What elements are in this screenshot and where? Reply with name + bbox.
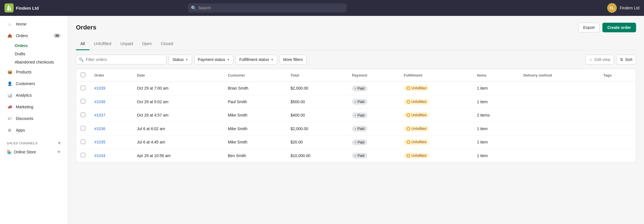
cell-delivery-3 xyxy=(519,122,599,136)
col-fulfillment: Fulfillment xyxy=(399,69,472,82)
tab-all[interactable]: All xyxy=(76,38,89,50)
sidebar-item-products[interactable]: 📦 Products xyxy=(2,66,65,78)
cell-payment-5: Paid xyxy=(347,149,399,162)
row-checkbox-cell xyxy=(76,136,90,149)
sort-button[interactable]: ⇅ Sort xyxy=(616,55,636,64)
apps-icon: ⊞ xyxy=(7,127,12,133)
more-filters-button[interactable]: More filters xyxy=(280,55,306,64)
cell-fulfillment-2: Unfulfilled xyxy=(399,109,472,122)
row-checkbox-1[interactable] xyxy=(81,99,85,103)
table-row: #1038 Oct 29 at 5:02 am Paul Smith $500.… xyxy=(76,95,636,109)
tab-closed[interactable]: Closed xyxy=(156,38,178,50)
sidebar-sub-item-orders[interactable]: Orders xyxy=(2,42,65,50)
row-checkbox-cell xyxy=(76,149,90,162)
tab-open[interactable]: Open xyxy=(137,38,156,50)
col-order: Order xyxy=(90,69,133,82)
sidebar-item-analytics[interactable]: 📊 Analytics xyxy=(2,90,65,101)
topbar: Findem Ltd 🔍 FL Findem Ltd xyxy=(0,0,644,16)
cell-order-5[interactable]: #1034 xyxy=(90,149,133,162)
cell-order-3[interactable]: #1036 xyxy=(90,122,133,136)
orders-table: Order Date Customer Total Payment Fulfil… xyxy=(76,69,636,162)
table-row: #1036 Jul 6 at 6:02 am Mike Smith $2,000… xyxy=(76,122,636,136)
sidebar-item-customers[interactable]: 👤 Customers xyxy=(2,78,65,89)
unfulfilled-circle-icon xyxy=(407,127,410,130)
row-checkbox-3[interactable] xyxy=(81,126,85,130)
add-sales-channel-icon[interactable]: + xyxy=(58,140,61,146)
cell-payment-4: Paid xyxy=(347,136,399,149)
cell-date-1: Oct 29 at 5:02 am xyxy=(133,95,223,109)
payment-status-label: Payment status xyxy=(198,57,225,62)
cell-fulfillment-3: Unfulfilled xyxy=(399,122,472,136)
sidebar-item-online-store[interactable]: 🏪 Online Store 👁 xyxy=(2,147,65,157)
search-bar: 🔍 xyxy=(188,3,347,12)
unfulfilled-circle-icon xyxy=(407,113,410,117)
search-input[interactable] xyxy=(188,3,347,12)
online-store-label: Online Store xyxy=(14,150,55,154)
table-body: #1039 Oct 29 at 7:00 am Brian Smith $2,0… xyxy=(76,82,636,162)
cell-customer-4: Mike Smith xyxy=(223,136,286,149)
home-icon: ⌂ xyxy=(7,21,12,27)
table-row: #1037 Oct 29 at 4:57 am Mike Smith $400.… xyxy=(76,109,636,122)
filter-orders-input[interactable] xyxy=(76,55,167,64)
unfulfilled-circle-icon xyxy=(407,140,410,144)
sales-channels-section: SALES CHANNELS + xyxy=(0,136,68,147)
avatar[interactable]: FL xyxy=(607,3,617,13)
payment-status-filter-button[interactable]: Payment status ▼ xyxy=(194,55,233,64)
tab-unfulfilled[interactable]: Unfulfilled xyxy=(89,38,116,50)
col-payment: Payment xyxy=(347,69,399,82)
cell-customer-0: Brian Smith xyxy=(223,82,286,95)
cell-payment-1: Paid xyxy=(347,95,399,109)
eye-icon[interactable]: 👁 xyxy=(57,150,61,154)
col-total: Total xyxy=(286,69,347,82)
page-title: Orders xyxy=(76,24,96,31)
cell-items-2: 2 items xyxy=(472,109,519,122)
row-checkbox-2[interactable] xyxy=(81,113,85,117)
topbar-right: FL Findem Ltd xyxy=(607,3,639,13)
cell-items-1: 1 item xyxy=(472,95,519,109)
cell-order-4[interactable]: #1035 xyxy=(90,136,133,149)
row-checkbox-4[interactable] xyxy=(81,140,85,144)
cell-fulfillment-0: Unfulfilled xyxy=(399,82,472,95)
cell-fulfillment-1: Unfulfilled xyxy=(399,95,472,109)
orders-table-container: Order Date Customer Total Payment Fulfil… xyxy=(76,69,636,162)
tab-unpaid[interactable]: Unpaid xyxy=(116,38,137,50)
customers-icon: 👤 xyxy=(7,81,12,86)
sidebar-item-apps[interactable]: ⊞ Apps xyxy=(2,124,65,136)
export-button[interactable]: Export xyxy=(578,23,599,32)
sidebar-label-marketing: Marketing xyxy=(16,105,33,109)
logo[interactable]: Findem Ltd xyxy=(5,3,56,12)
sales-channels-label: SALES CHANNELS xyxy=(7,141,38,145)
order-search: 🔍 xyxy=(76,55,167,64)
select-all-checkbox[interactable] xyxy=(81,73,85,77)
cell-delivery-4 xyxy=(519,136,599,149)
cell-tags-5 xyxy=(599,149,636,162)
fulfillment-chevron-icon: ▼ xyxy=(271,58,274,61)
create-order-button[interactable]: Create order xyxy=(602,23,636,32)
row-checkbox-5[interactable] xyxy=(81,153,85,157)
fulfillment-status-filter-button[interactable]: Fulfillment status ▼ xyxy=(236,55,277,64)
products-icon: 📦 xyxy=(7,69,12,75)
status-filter-button[interactable]: Status ▼ xyxy=(169,55,192,64)
sidebar-item-home[interactable]: ⌂ Home xyxy=(2,18,65,30)
filters-bar: 🔍 Status ▼ Payment status ▼ Fulfillment … xyxy=(76,55,636,64)
online-store-icon: 🏪 xyxy=(7,150,12,154)
col-customer: Customer xyxy=(223,69,286,82)
cell-order-0[interactable]: #1039 xyxy=(90,82,133,95)
cell-tags-3 xyxy=(599,122,636,136)
sidebar-item-discounts[interactable]: 🏷 Discounts xyxy=(2,113,65,124)
sidebar-sub-item-abandoned[interactable]: Abandoned checkouts xyxy=(2,58,65,66)
cell-order-2[interactable]: #1037 xyxy=(90,109,133,122)
cell-items-3: 1 item xyxy=(472,122,519,136)
cell-tags-0 xyxy=(599,82,636,95)
sidebar-sub-item-drafts[interactable]: Drafts xyxy=(2,50,65,58)
cell-order-1[interactable]: #1038 xyxy=(90,95,133,109)
table-row: #1035 Jul 6 at 4:45 am Mike Smith $20.00… xyxy=(76,136,636,149)
sidebar-label-orders: Orders xyxy=(16,33,28,38)
row-checkbox-0[interactable] xyxy=(81,86,85,90)
cell-delivery-5 xyxy=(519,149,599,162)
edit-view-button[interactable]: ☆ Edit view xyxy=(585,55,614,64)
cell-total-4: $20.00 xyxy=(286,136,347,149)
sidebar-item-marketing[interactable]: 📣 Marketing xyxy=(2,101,65,113)
analytics-icon: 📊 xyxy=(7,92,12,98)
sidebar-item-orders[interactable]: 📥 Orders 39 xyxy=(2,30,65,41)
